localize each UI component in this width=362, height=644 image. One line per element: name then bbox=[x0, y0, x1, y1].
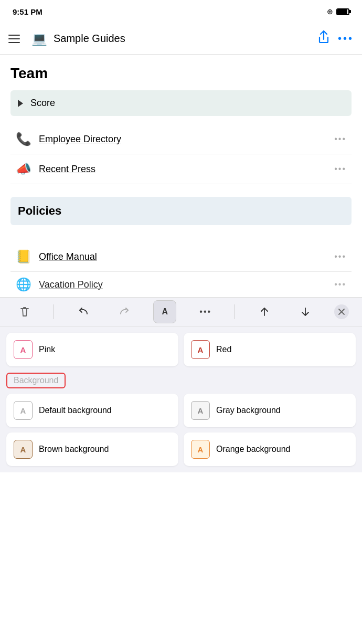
pink-text-label: Pink bbox=[39, 345, 55, 354]
app-icon: 💻 bbox=[31, 31, 47, 46]
recent-press-label: Recent Press bbox=[39, 164, 334, 175]
pink-text-option[interactable]: A Pink bbox=[6, 333, 178, 366]
nav-left: 💻 Sample Guides bbox=[8, 30, 318, 47]
team-section-title: Team bbox=[10, 65, 352, 82]
brown-bg-icon-label: A bbox=[20, 445, 26, 454]
hamburger-line-3 bbox=[8, 42, 20, 43]
red-text-label: Red bbox=[216, 345, 231, 354]
move-down-button[interactable] bbox=[294, 300, 317, 323]
vacation-policy-icon: 🌐 bbox=[16, 277, 31, 292]
score-label: Score bbox=[30, 98, 55, 109]
default-background-label: Default background bbox=[39, 406, 112, 415]
recent-press-icon: 📣 bbox=[16, 162, 31, 176]
move-up-button[interactable] bbox=[253, 300, 276, 323]
background-section-row: Background bbox=[6, 373, 356, 388]
recent-press-item[interactable]: 📣 Recent Press ••• bbox=[10, 154, 352, 184]
redo-button[interactable] bbox=[113, 300, 136, 323]
employee-directory-label: Employee Directory bbox=[39, 134, 334, 145]
text-color-options: A Pink A Red bbox=[6, 333, 356, 366]
nav-bar: 💻 Sample Guides ••• bbox=[0, 23, 362, 55]
vacation-policy-item[interactable]: 🌐 Vacation Policy ••• bbox=[10, 272, 352, 297]
policies-input[interactable] bbox=[18, 204, 344, 218]
gray-background-label: Gray background bbox=[216, 406, 281, 415]
toolbar-divider-1 bbox=[54, 304, 54, 319]
more-options-button[interactable]: ••• bbox=[338, 33, 354, 45]
employee-directory-more[interactable]: ••• bbox=[334, 134, 346, 144]
employee-directory-icon: 📞 bbox=[16, 132, 31, 146]
score-item[interactable]: Score bbox=[10, 90, 352, 116]
office-manual-label: Office Manual bbox=[39, 251, 334, 262]
default-bg-icon: A bbox=[14, 401, 33, 420]
battery-icon bbox=[336, 8, 349, 15]
brown-bg-icon: A bbox=[14, 440, 33, 459]
employee-directory-item[interactable]: 📞 Employee Directory ••• bbox=[10, 124, 352, 154]
toolbar-more-button[interactable]: ••• bbox=[194, 300, 217, 323]
format-button[interactable]: A bbox=[153, 300, 176, 323]
vacation-policy-more[interactable]: ••• bbox=[334, 280, 346, 289]
delete-button[interactable] bbox=[13, 300, 36, 323]
recent-press-more[interactable]: ••• bbox=[334, 164, 346, 174]
status-icons: ⊕ bbox=[327, 7, 349, 16]
pink-text-icon: A bbox=[14, 340, 33, 359]
status-time: 9:51 PM bbox=[13, 7, 42, 16]
hamburger-line-2 bbox=[8, 38, 20, 39]
red-text-option[interactable]: A Red bbox=[184, 333, 356, 366]
hamburger-button[interactable] bbox=[8, 30, 25, 47]
share-button[interactable] bbox=[318, 30, 329, 47]
default-bg-icon-label: A bbox=[20, 406, 26, 415]
orange-background-option[interactable]: A Orange background bbox=[184, 432, 356, 466]
office-manual-more[interactable]: ••• bbox=[334, 252, 346, 261]
hamburger-line-1 bbox=[8, 35, 20, 36]
nav-title: Sample Guides bbox=[54, 33, 125, 45]
pink-icon-label: A bbox=[20, 345, 26, 354]
red-text-icon: A bbox=[191, 340, 210, 359]
policies-item[interactable] bbox=[10, 197, 352, 225]
main-content: Team Score 📞 Employee Directory ••• 📣 Re… bbox=[0, 55, 362, 297]
orange-bg-icon-label: A bbox=[198, 445, 204, 454]
background-options: A Default background A Gray background A… bbox=[6, 394, 356, 466]
score-expand-icon bbox=[18, 100, 23, 107]
red-icon-label: A bbox=[198, 345, 204, 354]
format-panel: A Pink A Red Background A Default backgr… bbox=[0, 326, 362, 472]
vacation-policy-label: Vacation Policy bbox=[39, 279, 334, 290]
office-manual-item[interactable]: 📒 Office Manual ••• bbox=[10, 242, 352, 272]
brown-background-label: Brown background bbox=[39, 445, 109, 454]
status-bar: 9:51 PM ⊕ bbox=[0, 0, 362, 23]
undo-button[interactable] bbox=[72, 300, 95, 323]
orange-background-label: Orange background bbox=[216, 445, 290, 454]
gray-bg-icon: A bbox=[191, 401, 210, 420]
nav-right: ••• bbox=[318, 30, 354, 47]
default-background-option[interactable]: A Default background bbox=[6, 394, 178, 427]
office-manual-icon: 📒 bbox=[16, 249, 31, 264]
close-format-button[interactable] bbox=[334, 304, 349, 319]
editing-toolbar: A ••• bbox=[0, 297, 362, 326]
gray-bg-icon-label: A bbox=[198, 406, 204, 415]
screen-lock-icon: ⊕ bbox=[327, 7, 333, 16]
background-section-label: Background bbox=[6, 373, 66, 388]
format-icon-label: A bbox=[162, 307, 168, 316]
toolbar-divider-2 bbox=[235, 304, 235, 319]
gray-background-option[interactable]: A Gray background bbox=[184, 394, 356, 427]
orange-bg-icon: A bbox=[191, 440, 210, 459]
brown-background-option[interactable]: A Brown background bbox=[6, 432, 178, 466]
